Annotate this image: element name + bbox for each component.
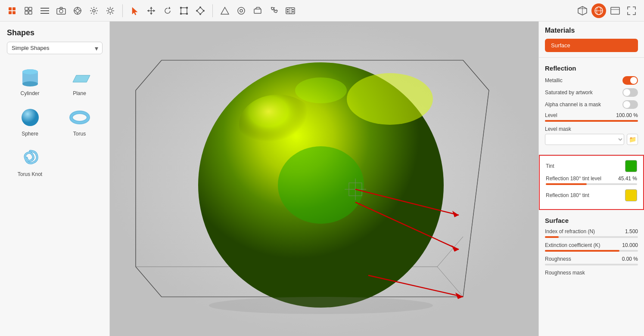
- shapes-dropdown-wrapper: Simple ShapesComplex ShapesCustom Shapes: [7, 42, 103, 54]
- viewport[interactable]: [110, 22, 538, 336]
- tint-section: Tint Reflection 180° tint level 45.41 %: [539, 155, 644, 210]
- transform-button[interactable]: [193, 4, 207, 18]
- cylinder-label: Cylinder: [20, 90, 39, 96]
- plane-label: Plane: [73, 90, 86, 96]
- level-slider-track[interactable]: [545, 120, 638, 122]
- torus-label: Torus: [73, 131, 86, 137]
- metallic-toggle[interactable]: [622, 76, 638, 85]
- panel-button[interactable]: [608, 3, 622, 18]
- grid-button[interactable]: [22, 4, 35, 18]
- saturated-row: Saturated by artwork: [545, 88, 638, 97]
- level-mask-select[interactable]: [545, 134, 624, 145]
- svg-rect-0: [9, 7, 12, 10]
- svg-rect-4: [25, 7, 28, 10]
- torus-item[interactable]: Torus: [56, 103, 103, 140]
- plane-item[interactable]: Plane: [56, 63, 103, 100]
- svg-rect-3: [12, 11, 16, 14]
- ior-slider-row: Index of refraction (N) 1.500: [545, 228, 638, 238]
- level-value: 100.00 %: [616, 112, 638, 118]
- sidebar-header: Shapes Simple ShapesComplex ShapesCustom…: [0, 22, 109, 58]
- roughness-slider-row: Roughness 0.00 %: [545, 256, 638, 265]
- reflection-section: Reflection Metallic Saturated by artwork…: [539, 58, 644, 155]
- reflection180-tint-swatch[interactable]: [625, 189, 637, 201]
- torusknot-item[interactable]: Torus Knot: [7, 144, 53, 181]
- svg-rect-39: [186, 13, 188, 15]
- svg-rect-35: [181, 8, 187, 14]
- svg-point-46: [238, 7, 245, 14]
- level-slider-row: Level 100.00 %: [545, 112, 638, 122]
- expand-button[interactable]: [624, 3, 639, 18]
- alpha-label: Alpha channel is a mask: [545, 102, 601, 108]
- saturated-toggle[interactable]: [622, 88, 638, 97]
- camera-button[interactable]: [54, 4, 68, 18]
- svg-point-88: [278, 146, 364, 224]
- extinction-label: Extinction coefficient (K): [545, 242, 600, 248]
- svg-rect-38: [180, 13, 182, 15]
- toolbar-left-group: [5, 4, 117, 18]
- svg-point-47: [240, 9, 243, 12]
- level-label: Level: [545, 112, 557, 118]
- svg-rect-62: [611, 7, 619, 14]
- move-button[interactable]: [144, 4, 158, 18]
- cube3d-button[interactable]: [575, 3, 590, 18]
- shapes-sidebar: Shapes Simple ShapesComplex ShapesCustom…: [0, 22, 110, 336]
- reflection180-slider-fill: [546, 183, 587, 185]
- film-button[interactable]: [283, 4, 297, 18]
- svg-point-89: [295, 77, 347, 103]
- settings-button[interactable]: [87, 4, 101, 18]
- svg-rect-7: [29, 11, 32, 14]
- ior-slider-track[interactable]: [545, 236, 638, 238]
- tint-color-swatch[interactable]: [625, 160, 637, 172]
- sphere3d-button[interactable]: [591, 3, 606, 18]
- surface-button[interactable]: Surface: [545, 39, 638, 52]
- alpha-toggle[interactable]: [622, 100, 638, 109]
- svg-rect-5: [29, 7, 32, 10]
- toolbar-center-group-2: [218, 4, 297, 18]
- svg-rect-48: [254, 9, 261, 13]
- svg-marker-45: [221, 7, 229, 14]
- roughness-slider-track[interactable]: [545, 264, 638, 265]
- right-toolbar: [575, 3, 639, 18]
- reflection180-slider-track[interactable]: [546, 183, 637, 185]
- shape-button[interactable]: [251, 4, 264, 18]
- rotate-button[interactable]: [161, 4, 174, 18]
- cursor-button[interactable]: [128, 4, 142, 18]
- scale-button[interactable]: [177, 4, 191, 18]
- svg-point-12: [59, 9, 63, 13]
- svg-marker-68: [73, 75, 90, 82]
- phone-button[interactable]: [267, 4, 281, 18]
- svg-point-42: [203, 10, 205, 12]
- surface-properties-section: Surface Index of refraction (N) 1.500 Ex…: [539, 210, 644, 283]
- level-mask-folder-button[interactable]: 📁: [627, 134, 638, 145]
- add-button[interactable]: [5, 4, 19, 18]
- shapes-dropdown[interactable]: Simple ShapesComplex ShapesCustom Shapes: [7, 42, 103, 54]
- torusknot-icon: [17, 147, 43, 169]
- roughness-mask-label: Roughness mask: [545, 270, 585, 276]
- tint-label: Tint: [546, 163, 554, 169]
- reflection180-tint-label: Reflection 180° tint: [546, 192, 589, 198]
- svg-rect-36: [180, 7, 182, 9]
- extinction-slider-row: Extinction coefficient (K) 10.000: [545, 242, 638, 252]
- ior-label: Index of refraction (N): [545, 228, 595, 234]
- svg-line-26: [112, 12, 113, 13]
- torusknot-label: Torus Knot: [18, 171, 42, 177]
- cylinder-item[interactable]: Cylinder: [7, 63, 53, 100]
- extinction-value: 10.000: [622, 242, 638, 248]
- svg-rect-1: [12, 7, 16, 10]
- svg-point-20: [109, 9, 112, 12]
- extinction-slider-track[interactable]: [545, 250, 638, 252]
- triangle-button[interactable]: [218, 4, 232, 18]
- menu-button[interactable]: [38, 4, 52, 18]
- target-button[interactable]: [71, 4, 84, 18]
- sun-button[interactable]: [103, 4, 117, 18]
- tetrahedron-button[interactable]: [234, 4, 248, 18]
- materials-section: Materials Surface: [539, 22, 644, 58]
- svg-rect-53: [292, 11, 294, 12]
- svg-point-44: [196, 10, 198, 12]
- extinction-slider-fill: [545, 250, 619, 252]
- svg-rect-6: [25, 11, 28, 14]
- svg-marker-34: [153, 9, 155, 12]
- sphere-item[interactable]: Sphere: [7, 103, 53, 140]
- torus-icon: [67, 107, 93, 128]
- svg-line-28: [107, 12, 108, 13]
